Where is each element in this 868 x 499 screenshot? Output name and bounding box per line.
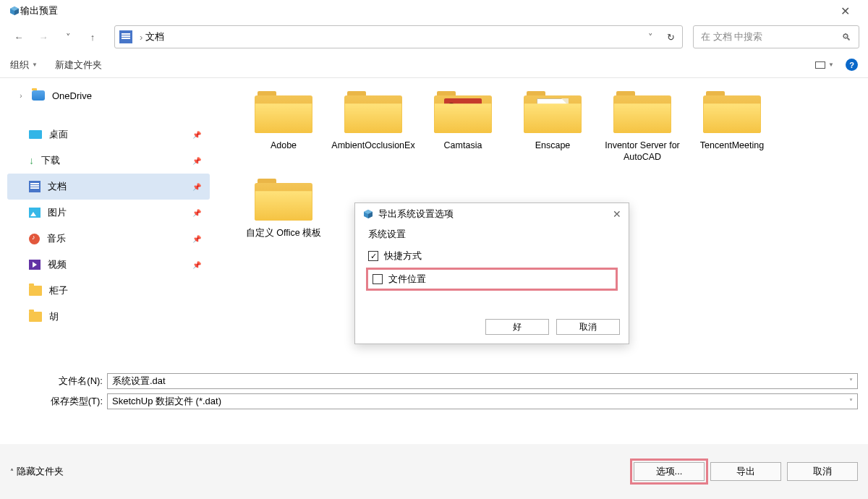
tree-onedrive[interactable]: › OneDrive: [7, 82, 210, 108]
chevron-down-icon[interactable]: ˅: [849, 378, 853, 385]
folder-label: Camtasia: [418, 140, 508, 152]
view-mode-button[interactable]: ▼: [815, 61, 834, 69]
hide-folders-button[interactable]: ˄ 隐藏文件夹: [10, 465, 64, 478]
app-icon: [9, 5, 20, 17]
folder-icon: [255, 177, 312, 221]
chevron-down-icon[interactable]: ˅: [648, 32, 653, 43]
search-icon: 🔍︎: [842, 32, 851, 43]
checkbox-label: 快捷方式: [384, 250, 422, 263]
window-title: 输出预置: [20, 4, 58, 17]
checkbox-icon[interactable]: ✓: [368, 251, 378, 261]
tree-label: 桌面: [49, 128, 68, 141]
search-box[interactable]: 在 文档 中搜索 🔍︎: [693, 25, 859, 48]
refresh-icon[interactable]: ↻: [667, 32, 675, 43]
folder-label: Enscape: [508, 140, 597, 152]
title-bar: 输出预置 ✕: [0, 0, 868, 22]
tree-documents[interactable]: 文档 📌: [7, 174, 210, 200]
filetype-value: SketchUp 数据文件 (*.dat): [112, 395, 221, 408]
checkbox-icon[interactable]: [373, 274, 383, 284]
tree-pictures[interactable]: 图片 📌: [7, 200, 210, 226]
folder-icon: [29, 286, 42, 296]
pin-icon[interactable]: 📌: [192, 131, 201, 139]
tree-desktop[interactable]: 桌面 📌: [7, 121, 210, 148]
back-button[interactable]: ←: [9, 27, 29, 47]
folder-label: Adobe: [239, 140, 328, 152]
folder-item[interactable]: 自定义 Office 模板: [239, 177, 328, 239]
filename-input[interactable]: 系统设置.dat ˅: [107, 373, 858, 389]
folder-item[interactable]: Camtasia: [418, 90, 508, 163]
button-label: 取消: [579, 321, 597, 333]
tree-hu[interactable]: 胡: [7, 304, 210, 330]
tree-videos[interactable]: 视频 📌: [7, 252, 210, 278]
pin-icon[interactable]: 📌: [192, 209, 201, 217]
folder-icon: [703, 90, 761, 133]
hide-folders-label: 隐藏文件夹: [17, 465, 64, 478]
folder-icon: [255, 90, 312, 133]
ok-button[interactable]: 好: [485, 319, 549, 335]
folder-label: TencentMeeting: [687, 140, 777, 152]
pin-icon[interactable]: 📌: [192, 183, 201, 191]
close-icon[interactable]: ✕: [830, 4, 859, 18]
section-heading: 系统设置: [368, 228, 616, 241]
organize-menu[interactable]: 组织 ▼: [10, 59, 38, 72]
folder-label: AmbientOcclusionEx: [328, 140, 418, 152]
folder-item[interactable]: AmbientOcclusionEx: [328, 90, 418, 163]
new-folder-button[interactable]: 新建文件夹: [55, 59, 102, 72]
search-placeholder: 在 文档 中搜索: [701, 30, 762, 43]
cancel-button[interactable]: 取消: [787, 462, 858, 481]
export-options-dialog: 导出系统设置选项 ✕ 系统设置 ✓ 快捷方式 文件位置 好 取消: [354, 202, 629, 344]
forward-button[interactable]: →: [33, 27, 54, 47]
filename-value: 系统设置.dat: [112, 375, 166, 388]
shortcut-checkbox-row[interactable]: ✓ 快捷方式: [368, 250, 616, 263]
button-label: 取消: [813, 465, 832, 478]
folder-label: Inventor Server for AutoCAD: [597, 140, 687, 163]
expand-icon[interactable]: ›: [17, 92, 25, 100]
tree-label: 柜子: [49, 284, 68, 297]
tree-guizi[interactable]: 柜子: [7, 278, 210, 304]
footer: ˄ 隐藏文件夹 选项... 导出 取消: [0, 444, 868, 499]
view-icon: [815, 61, 825, 69]
tree-label: 图片: [48, 206, 67, 219]
video-icon: [29, 260, 41, 270]
toolbar: 组织 ▼ 新建文件夹 ▼ ?: [0, 52, 868, 78]
up-button[interactable]: ↑: [82, 27, 103, 47]
recent-dropdown[interactable]: ˅: [58, 27, 78, 47]
tree-label: OneDrive: [52, 90, 92, 101]
download-icon: ↓: [29, 155, 34, 166]
close-icon[interactable]: ✕: [613, 208, 621, 220]
documents-icon: [29, 181, 41, 192]
pin-icon[interactable]: 📌: [192, 235, 201, 243]
breadcrumb[interactable]: › 文档 ˅ ↻: [114, 25, 683, 48]
filetype-select[interactable]: SketchUp 数据文件 (*.dat) ˅: [107, 393, 858, 409]
chevron-down-icon[interactable]: ˅: [849, 398, 853, 406]
folder-item[interactable]: TencentMeeting: [687, 90, 777, 163]
folder-icon: [524, 90, 582, 133]
breadcrumb-location[interactable]: 文档: [145, 30, 164, 43]
pin-icon[interactable]: 📌: [192, 261, 201, 269]
export-button[interactable]: 导出: [710, 462, 781, 481]
pin-icon[interactable]: 📌: [192, 157, 201, 165]
tree-label: 胡: [49, 310, 59, 323]
help-icon[interactable]: ?: [846, 59, 858, 71]
folder-icon: [613, 90, 671, 133]
folder-item[interactable]: Adobe: [239, 90, 328, 163]
button-label: 导出: [736, 465, 755, 478]
breadcrumb-icon: [119, 30, 132, 43]
folder-icon: [434, 90, 492, 133]
dialog-title: 导出系统设置选项: [378, 208, 454, 221]
desktop-icon: [29, 130, 42, 139]
folder-item[interactable]: Enscape: [508, 90, 597, 163]
folder-item[interactable]: Inventor Server for AutoCAD: [597, 90, 687, 163]
file-location-checkbox-row[interactable]: 文件位置: [368, 270, 616, 289]
folder-label: 自定义 Office 模板: [239, 228, 328, 239]
filetype-label: 保存类型(T):: [10, 395, 103, 408]
tree-downloads[interactable]: ↓ 下载 📌: [7, 148, 210, 174]
cancel-button[interactable]: 取消: [556, 319, 620, 335]
chevron-right-icon: ›: [140, 32, 142, 43]
button-label: 选项...: [656, 465, 683, 478]
tree-music[interactable]: 音乐 📌: [7, 226, 210, 252]
chevron-up-icon: ˄: [10, 468, 14, 476]
tree-label: 音乐: [47, 232, 66, 245]
options-button[interactable]: 选项...: [634, 462, 705, 481]
folder-icon: [29, 312, 42, 322]
